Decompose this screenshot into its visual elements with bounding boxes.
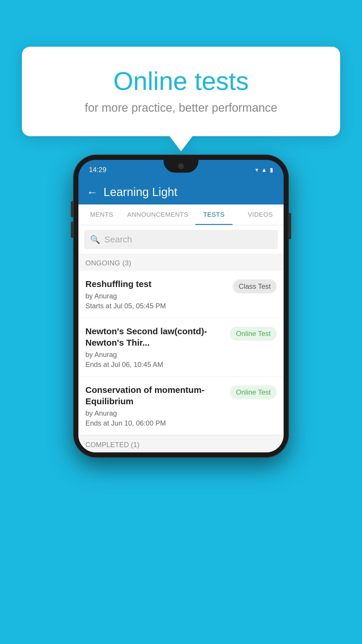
promo-bubble: Online tests for more practice, better p…: [22, 47, 340, 136]
test-badge: Online Test: [230, 327, 277, 341]
test-item[interactable]: Newton's Second law(contd)-Newton's Thir…: [78, 318, 284, 377]
test-info: Newton's Second law(contd)-Newton's Thir…: [85, 326, 225, 369]
status-bar: 14:29 ▾ ▲ ▮: [78, 160, 284, 180]
back-button[interactable]: ←: [87, 187, 98, 198]
tab-bar: MENTS ANNOUNCEMENTS TESTS VIDEOS: [78, 204, 284, 225]
ongoing-section-header: ONGOING (3): [78, 254, 284, 271]
test-author: by Anurag: [85, 409, 225, 417]
volume-up-button: [71, 201, 73, 217]
search-bar[interactable]: 🔍 Search: [84, 230, 278, 249]
test-name: Conservation of momentum-Equilibrium: [85, 384, 225, 407]
test-badge: Class Test: [233, 279, 277, 293]
app-title: Learning Light: [103, 186, 178, 199]
test-item[interactable]: Reshuffling test by Anurag Starts at Jul…: [78, 271, 284, 318]
app-header: ← Learning Light: [78, 180, 284, 204]
phone-screen: MENTS ANNOUNCEMENTS TESTS VIDEOS 🔍 Searc…: [78, 204, 284, 452]
test-name: Newton's Second law(contd)-Newton's Thir…: [85, 326, 225, 348]
status-icons: ▾ ▲ ▮: [255, 166, 273, 173]
test-author: by Anurag: [85, 292, 228, 300]
test-info: Conservation of momentum-Equilibrium by …: [85, 384, 225, 427]
search-bar-wrapper: 🔍 Search: [78, 225, 284, 254]
power-button: [289, 213, 291, 239]
tab-tests[interactable]: TESTS: [191, 204, 237, 225]
camera: [178, 163, 184, 169]
tab-announcements[interactable]: ANNOUNCEMENTS: [125, 204, 191, 225]
test-item[interactable]: Conservation of momentum-Equilibrium by …: [78, 377, 284, 435]
notch: [164, 160, 198, 173]
test-info: Reshuffling test by Anurag Starts at Jul…: [85, 278, 228, 310]
battery-icon: ▮: [270, 166, 273, 173]
test-time: Ends at Jul 06, 10:45 AM: [85, 360, 225, 369]
test-badge: Online Test: [230, 385, 277, 399]
test-author: by Anurag: [85, 351, 225, 359]
wifi-icon: ▾: [255, 166, 258, 173]
bubble-title: Online tests: [39, 67, 323, 95]
completed-section-header: COMPLETED (1): [78, 435, 284, 452]
tab-ments[interactable]: MENTS: [78, 204, 125, 225]
bubble-subtitle: for more practice, better performance: [39, 101, 323, 114]
search-placeholder: Search: [104, 235, 132, 244]
volume-down-button: [71, 222, 73, 238]
test-name: Reshuffling test: [85, 278, 228, 290]
status-time: 14:29: [89, 166, 106, 174]
test-time: Starts at Jul 05, 05:45 PM: [85, 302, 228, 310]
test-list: Reshuffling test by Anurag Starts at Jul…: [78, 271, 284, 435]
test-time: Ends at Jun 10, 06:00 PM: [85, 419, 225, 427]
phone-mockup: 14:29 ▾ ▲ ▮ ← Learning Light MENTS: [73, 155, 289, 458]
signal-icon: ▲: [261, 167, 267, 173]
search-icon: 🔍: [90, 235, 100, 244]
tab-videos[interactable]: VIDEOS: [237, 204, 284, 225]
